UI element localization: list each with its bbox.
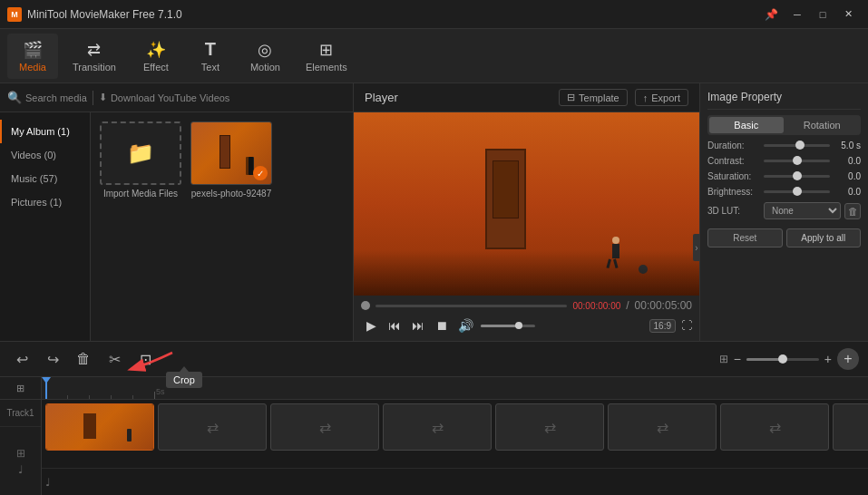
search-box[interactable]: 🔍 Search media <box>7 91 87 104</box>
progress-track[interactable] <box>375 305 567 307</box>
motion-label: Motion <box>250 62 280 73</box>
nav-my-album[interactable]: My Album (1) <box>0 120 90 143</box>
toolbar-effect[interactable]: ✨ Effect <box>131 34 181 79</box>
import-thumb[interactable]: 📁 <box>100 121 181 185</box>
toolbar-text[interactable]: T Text <box>185 34 236 79</box>
contrast-slider[interactable] <box>764 160 830 162</box>
fullscreen-button[interactable]: ⛶ <box>681 319 692 332</box>
apply-all-button[interactable]: Apply to all <box>786 228 862 248</box>
time-current: 00:00:00:00 <box>572 301 620 311</box>
music-track-icon: ♩ <box>18 463 24 476</box>
download-youtube-btn[interactable]: ⬇ Download YouTube Videos <box>99 92 230 103</box>
maximize-button[interactable]: □ <box>810 5 835 24</box>
player-actions: ⊟ Template ↑ Export <box>559 89 688 106</box>
zoom-plus-button[interactable]: + <box>824 352 832 366</box>
next-button[interactable]: ⏭ <box>408 315 428 335</box>
ruler-line-m4 <box>132 395 133 399</box>
placeholder-clip-5[interactable]: ⇄ <box>608 403 717 451</box>
video-clip[interactable] <box>45 403 154 451</box>
placeholder-clip-1[interactable]: ⇄ <box>158 403 267 451</box>
main-content: 🔍 Search media ⬇ Download YouTube Videos… <box>0 83 868 341</box>
prev-button[interactable]: ⏮ <box>385 315 405 335</box>
left-panel: 🔍 Search media ⬇ Download YouTube Videos… <box>0 83 354 341</box>
ratio-select[interactable]: 16:9 <box>649 319 676 333</box>
video-track-icon: ⊞ <box>16 447 25 460</box>
effect-icon: ✨ <box>146 40 166 60</box>
zoom-track[interactable] <box>746 358 819 361</box>
text-label: Text <box>201 62 219 73</box>
title-bar-text: MiniTool MovieMaker Free 7.1.0 <box>27 8 765 21</box>
volume-button[interactable]: 🔊 <box>455 315 475 335</box>
sidebar-content: My Album (1) Videos (0) Music (57) Pictu… <box>0 112 353 341</box>
progress-dot[interactable] <box>361 301 370 310</box>
toolbar-elements[interactable]: ⊞ Elements <box>295 34 358 79</box>
brightness-label: Brightness: <box>707 187 760 197</box>
player-header: Player ⊟ Template ↑ Export <box>354 83 699 112</box>
placeholder-clip-3[interactable]: ⇄ <box>383 403 492 451</box>
undo-button[interactable]: ↩ <box>9 346 34 372</box>
close-button[interactable]: ✕ <box>835 5 861 24</box>
nav-music[interactable]: Music (57) <box>0 167 90 190</box>
toolbar-motion[interactable]: ◎ Motion <box>239 34 291 79</box>
tab-basic[interactable]: Basic <box>709 117 784 133</box>
brightness-slider[interactable] <box>764 190 830 193</box>
lut-delete-button[interactable]: 🗑 <box>844 203 861 219</box>
nav-videos[interactable]: Videos (0) <box>0 143 90 167</box>
check-badge: ✓ <box>253 166 268 180</box>
tab-rotation[interactable]: Rotation <box>785 117 860 133</box>
effect-label: Effect <box>143 62 169 73</box>
music-icon: ♩ <box>45 476 51 489</box>
import-media-item[interactable]: 📁 Import Media Files <box>100 121 181 199</box>
redo-button[interactable]: ↪ <box>40 346 65 372</box>
volume-track[interactable] <box>481 325 535 327</box>
title-bar: M MiniTool MovieMaker Free 7.1.0 📌 ─ □ ✕ <box>0 0 868 29</box>
saturation-slider[interactable] <box>764 175 830 178</box>
timeline: ⊞ Track1 ⊞ ♩ 5s <box>0 377 868 495</box>
nav-pictures[interactable]: Pictures (1) <box>0 190 90 214</box>
reset-button[interactable]: Reset <box>707 228 783 248</box>
photo-thumb[interactable]: ✓ <box>190 121 272 185</box>
track-content: ⇄ ⇄ ⇄ ⇄ ⇄ ⇄ ⇄ <box>42 400 868 454</box>
track-area: ⇄ ⇄ ⇄ ⇄ ⇄ ⇄ ⇄ <box>42 400 868 468</box>
add-track-button[interactable]: + <box>837 348 859 370</box>
timeline-snap-icon[interactable]: ⊞ <box>16 383 24 394</box>
playhead[interactable] <box>45 377 47 399</box>
toolbar-media[interactable]: 🎬 Media <box>7 34 58 79</box>
media-label: Media <box>19 62 46 73</box>
track-name-label: Track1 <box>6 408 34 418</box>
edit-toolbar-right: ⊞ − + + <box>719 348 859 370</box>
duration-slider[interactable] <box>764 144 830 147</box>
export-button[interactable]: ↑ Export <box>635 89 688 106</box>
time-total: 00:00:05:00 <box>635 299 692 312</box>
cut-button[interactable]: ✂ <box>102 346 127 372</box>
placeholder-arrow-1: ⇄ <box>207 419 219 436</box>
media-toolbar: 🔍 Search media ⬇ Download YouTube Videos <box>0 83 353 112</box>
placeholder-clip-4[interactable]: ⇄ <box>495 403 604 451</box>
placeholder-clip-2[interactable]: ⇄ <box>270 403 379 451</box>
photo-label: pexels-photo-92487 <box>191 189 271 199</box>
minimize-button[interactable]: ─ <box>785 5 810 24</box>
progress-row: 00:00:00:00 / 00:00:05:00 <box>361 299 692 312</box>
right-panel: Image Property Basic Rotation Duration: … <box>700 83 868 341</box>
placeholder-arrow-2: ⇄ <box>319 419 331 436</box>
template-button[interactable]: ⊟ Template <box>559 89 628 106</box>
stop-button[interactable]: ⏹ <box>432 315 452 335</box>
volume-fill <box>481 325 519 327</box>
placeholder-clip-6[interactable]: ⇄ <box>720 403 829 451</box>
lut-select[interactable]: None <box>764 202 841 219</box>
panel-title: Image Property <box>707 91 861 110</box>
collapse-icon: › <box>695 243 697 253</box>
duration-row: Duration: 5.0 s <box>707 141 861 150</box>
contrast-value: 0.0 <box>834 156 861 166</box>
placeholder-clip-7[interactable]: ⇄ <box>833 403 868 451</box>
track-label-row: Track1 <box>0 400 41 427</box>
crop-button[interactable]: ⊡ <box>132 346 158 372</box>
toolbar-transition[interactable]: ⇄ Transition <box>62 34 127 79</box>
zoom-minus-button[interactable]: − <box>734 352 741 366</box>
photo-media-item[interactable]: ✓ pexels-photo-92487 <box>190 121 272 199</box>
play-button[interactable]: ▶ <box>361 315 381 335</box>
panel-collapse-btn[interactable]: › <box>693 234 700 261</box>
duration-label: Duration: <box>707 141 760 150</box>
delete-button[interactable]: 🗑 <box>71 346 96 372</box>
controls-row: ▶ ⏮ ⏭ ⏹ 🔊 16:9 ⛶ <box>361 315 692 335</box>
